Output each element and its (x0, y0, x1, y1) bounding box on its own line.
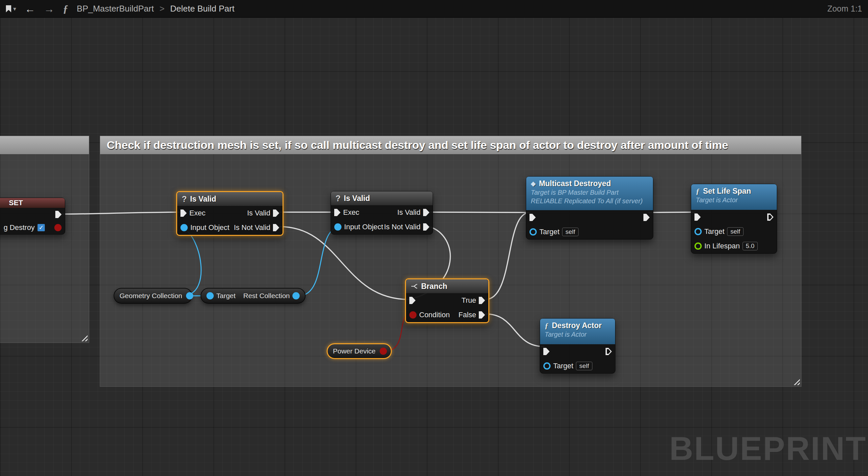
input-object-pin[interactable] (334, 224, 341, 231)
forward-button[interactable]: → (44, 4, 54, 14)
node-get-rest-collection[interactable]: Target Rest Collection (200, 288, 306, 304)
pin-label: False (458, 310, 476, 319)
exec-out-pin[interactable] (644, 214, 650, 221)
back-button[interactable]: ← (25, 4, 35, 14)
check-icon: ✓ (39, 224, 44, 231)
node-get-geometry-collection[interactable]: Geometry Collection (114, 288, 192, 304)
pin-label: Condition (419, 310, 450, 319)
exec-out-pin[interactable] (767, 213, 774, 221)
true-out-pin[interactable] (479, 297, 485, 304)
pill-label: Rest Collection (243, 292, 290, 300)
zoom-level: Zoom 1:1 (827, 4, 862, 13)
target-value-box[interactable]: self (562, 228, 579, 236)
pin-label: True (462, 296, 476, 305)
exec-in-pin[interactable] (181, 209, 187, 217)
is-valid-out-pin[interactable] (423, 209, 429, 216)
pin-label: g Destroy (4, 224, 35, 232)
exec-in-pin[interactable] (529, 214, 536, 221)
pin-row (540, 344, 615, 359)
branch-icon (411, 283, 418, 289)
node-title: Branch (421, 282, 447, 291)
lifespan-value-box[interactable]: 5.0 (743, 242, 758, 250)
pin-label: In Lifespan (704, 242, 740, 250)
pin-label: Is Not Valid (384, 223, 421, 231)
false-out-pin[interactable] (479, 311, 485, 319)
chevron-down-icon: ▾ (13, 5, 16, 12)
pin-label: Input Object (344, 223, 383, 231)
pin-row: In Lifespan 5.0 (691, 239, 777, 253)
target-value-box[interactable]: self (727, 227, 744, 236)
pill-label: Target (216, 292, 236, 300)
pill-label: Power Device (333, 347, 376, 355)
comment-header[interactable] (0, 136, 89, 154)
exec-in-pin[interactable] (334, 209, 340, 216)
pin-label: Exec (189, 209, 206, 217)
node-set-life-span[interactable]: ƒ Set Life Span Target is Actor Target s… (691, 184, 777, 254)
object-out-pin[interactable] (292, 292, 300, 299)
input-object-pin[interactable] (181, 224, 188, 231)
event-diamond-icon: ◆ (531, 180, 536, 187)
target-pin[interactable] (543, 362, 551, 369)
node-get-power-device[interactable]: Power Device (327, 343, 392, 359)
node-subtitle: Target is Actor (696, 196, 738, 204)
node-subtitle: Target is Actor (545, 330, 586, 339)
target-pin[interactable] (694, 228, 702, 235)
node-is-valid-1[interactable]: ? Is Valid Exec Is Valid Input Object Is… (176, 191, 283, 236)
comment-header[interactable]: Check if destruction mesh is set, if so … (100, 136, 801, 154)
exec-out-pin[interactable] (55, 211, 62, 218)
comment-box-main[interactable]: Check if destruction mesh is set, if so … (100, 136, 802, 387)
resize-handle-icon[interactable] (792, 377, 800, 385)
target-in-pin[interactable] (207, 292, 214, 299)
question-icon: ? (336, 194, 340, 203)
bool-out-pin[interactable] (380, 348, 387, 355)
pin-row: Condition False (406, 308, 488, 322)
comment-title: Check if destruction mesh is set, if so … (107, 139, 728, 151)
node-header[interactable]: ◆ Multicast Destroyed Target is BP Maste… (526, 177, 653, 210)
is-not-valid-out-pin[interactable] (273, 224, 279, 231)
breadcrumb-root[interactable]: BP_MasterBuildPart (77, 4, 154, 13)
pin-label: Target (539, 228, 559, 236)
node-header[interactable]: SET (0, 198, 65, 208)
node-title: SET (9, 199, 23, 207)
pin-label: Is Valid (397, 208, 421, 217)
node-title: Set Life Span (703, 187, 751, 196)
exec-in-pin[interactable] (694, 213, 701, 221)
node-subtitle: RELIABLE Replicated To All (if server) (531, 197, 643, 205)
bool-out-pin[interactable] (54, 224, 62, 231)
node-header[interactable]: ƒ Set Life Span Target is Actor (691, 184, 777, 210)
is-not-valid-out-pin[interactable] (423, 224, 429, 231)
pin-row: Input Object Is Not Valid (177, 220, 282, 235)
pin-label: Input Object (190, 224, 229, 232)
exec-in-pin[interactable] (543, 348, 550, 355)
pin-row: Exec Is Valid (177, 206, 282, 220)
in-lifespan-pin[interactable] (694, 242, 702, 250)
node-header[interactable]: ? Is Valid (177, 192, 282, 206)
resize-handle-icon[interactable] (80, 333, 88, 341)
node-multicast-destroyed[interactable]: ◆ Multicast Destroyed Target is BP Maste… (526, 176, 653, 239)
target-value-box[interactable]: self (576, 362, 592, 370)
bookmark-menu-button[interactable]: ▾ (6, 5, 16, 12)
node-set-variable[interactable]: SET g Destroy ✓ (0, 198, 65, 235)
exec-in-pin[interactable] (409, 297, 415, 304)
breadcrumb-current[interactable]: Delete Build Part (170, 4, 235, 13)
node-header[interactable]: Branch (406, 279, 488, 293)
node-header[interactable]: ƒ Destroy Actor Target is Actor (540, 319, 615, 344)
node-header[interactable]: ? Is Valid (331, 191, 433, 205)
condition-pin[interactable] (409, 311, 416, 319)
pin-row: Input Object Is Not Valid (331, 220, 433, 234)
pin-row: Target self (540, 359, 615, 373)
comment-box-left[interactable] (0, 136, 89, 343)
pin-row: g Destroy ✓ (0, 221, 65, 234)
exec-out-pin[interactable] (606, 348, 612, 355)
node-destroy-actor[interactable]: ƒ Destroy Actor Target is Actor Target s… (540, 318, 615, 374)
node-title: Multicast Destroyed (539, 179, 611, 188)
node-branch[interactable]: Branch True Condition False (405, 278, 489, 323)
node-title: Is Valid (344, 194, 370, 203)
function-icon: ƒ (63, 3, 68, 15)
is-valid-out-pin[interactable] (273, 209, 279, 217)
node-is-valid-2[interactable]: ? Is Valid Exec Is Valid Input Object Is… (331, 191, 433, 235)
node-title: Is Valid (190, 195, 216, 204)
pin-row: Target self (691, 224, 777, 239)
target-pin[interactable] (529, 228, 537, 236)
bool-checkbox[interactable]: ✓ (37, 224, 45, 232)
